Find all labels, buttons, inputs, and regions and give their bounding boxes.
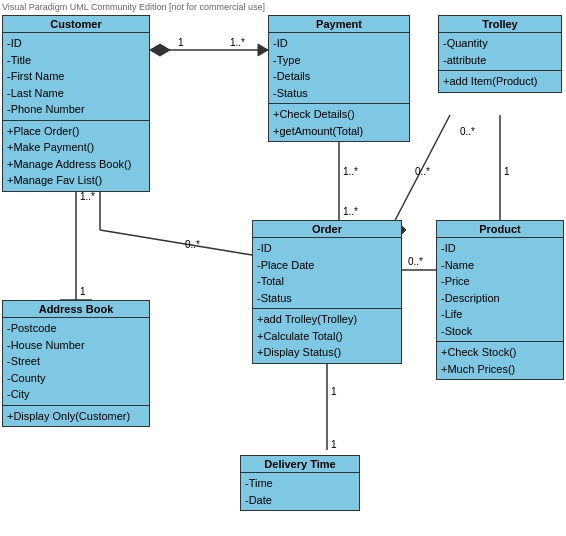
payment-methods: +Check Details() +getAmount(Total) <box>269 104 409 141</box>
svg-text:0..*: 0..* <box>460 126 475 137</box>
attr-stock: -Stock <box>441 323 559 340</box>
method-managefav: +Manage Fav List() <box>7 172 145 189</box>
deliverytime-attributes: -Time -Date <box>241 473 359 510</box>
attr-firstname: -First Name <box>7 68 145 85</box>
method-manageaddress: +Manage Address Book() <box>7 156 145 173</box>
attr-name: -Name <box>441 257 559 274</box>
svg-text:1..*: 1..* <box>343 166 358 177</box>
payment-attributes: -ID -Type -Details -Status <box>269 33 409 104</box>
method-addtrolley: +add Trolley(Trolley) <box>257 311 397 328</box>
svg-text:0..*: 0..* <box>408 256 423 267</box>
deliverytime-title: Delivery Time <box>241 456 359 473</box>
svg-text:1..*: 1..* <box>80 191 95 202</box>
trolley-methods: +add Item(Product) <box>439 71 561 92</box>
addressbook-box: Address Book -Postcode -House Number -St… <box>2 300 150 427</box>
payment-box: Payment -ID -Type -Details -Status +Chec… <box>268 15 410 142</box>
attr-id: -ID <box>273 35 405 52</box>
order-attributes: -ID -Place Date -Total -Status <box>253 238 401 309</box>
addressbook-attributes: -Postcode -House Number -Street -County … <box>3 318 149 406</box>
attr-id: -ID <box>441 240 559 257</box>
trolley-title: Trolley <box>439 16 561 33</box>
method-getamount: +getAmount(Total) <box>273 123 405 140</box>
attr-placedate: -Place Date <box>257 257 397 274</box>
method-calculatetotal: +Calculate Total() <box>257 328 397 345</box>
method-displayonly: +Display Only(Customer) <box>7 408 145 425</box>
svg-text:1..*: 1..* <box>343 206 358 217</box>
attr-life: -Life <box>441 306 559 323</box>
method-checkstock: +Check Stock() <box>441 344 559 361</box>
svg-text:1: 1 <box>504 166 510 177</box>
attr-postcode: -Postcode <box>7 320 145 337</box>
method-placeorder: +Place Order() <box>7 123 145 140</box>
customer-title: Customer <box>3 16 149 33</box>
order-title: Order <box>253 221 401 238</box>
order-box: Order -ID -Place Date -Total -Status +ad… <box>252 220 402 364</box>
order-methods: +add Trolley(Trolley) +Calculate Total()… <box>253 309 401 363</box>
method-displaystatus: +Display Status() <box>257 344 397 361</box>
attr-total: -Total <box>257 273 397 290</box>
svg-line-6 <box>100 230 252 255</box>
attr-status: -Status <box>273 85 405 102</box>
method-additem: +add Item(Product) <box>443 73 557 90</box>
addressbook-methods: +Display Only(Customer) <box>3 406 149 427</box>
svg-text:0..*: 0..* <box>185 239 200 250</box>
payment-title: Payment <box>269 16 409 33</box>
product-methods: +Check Stock() +Much Prices() <box>437 342 563 379</box>
addressbook-title: Address Book <box>3 301 149 318</box>
method-makepayment: +Make Payment() <box>7 139 145 156</box>
attr-title: -Title <box>7 52 145 69</box>
attr-quantity: -Quantity <box>443 35 557 52</box>
attr-attribute: -attribute <box>443 52 557 69</box>
svg-text:0..*: 0..* <box>415 166 430 177</box>
attr-time: -Time <box>245 475 355 492</box>
attr-city: -City <box>7 386 145 403</box>
attr-street: -Street <box>7 353 145 370</box>
product-title: Product <box>437 221 563 238</box>
svg-text:1: 1 <box>331 439 337 450</box>
customer-attributes: -ID -Title -First Name -Last Name -Phone… <box>3 33 149 121</box>
method-checkdetails: +Check Details() <box>273 106 405 123</box>
trolley-box: Trolley -Quantity -attribute +add Item(P… <box>438 15 562 93</box>
attr-housenumber: -House Number <box>7 337 145 354</box>
customer-methods: +Place Order() +Make Payment() +Manage A… <box>3 121 149 191</box>
attr-price: -Price <box>441 273 559 290</box>
customer-box: Customer -ID -Title -First Name -Last Na… <box>2 15 150 192</box>
watermark-text: Visual Paradigm UML Community Edition [n… <box>2 2 265 12</box>
deliverytime-box: Delivery Time -Time -Date <box>240 455 360 511</box>
product-attributes: -ID -Name -Price -Description -Life -Sto… <box>437 238 563 342</box>
svg-marker-1 <box>150 44 170 56</box>
attr-status: -Status <box>257 290 397 307</box>
attr-type: -Type <box>273 52 405 69</box>
attr-county: -County <box>7 370 145 387</box>
attr-description: -Description <box>441 290 559 307</box>
attr-lastname: -Last Name <box>7 85 145 102</box>
attr-id: -ID <box>7 35 145 52</box>
attr-date: -Date <box>245 492 355 509</box>
svg-text:1..*: 1..* <box>230 37 245 48</box>
svg-text:1: 1 <box>80 286 86 297</box>
svg-marker-2 <box>258 44 268 56</box>
svg-text:1: 1 <box>331 386 337 397</box>
attr-details: -Details <box>273 68 405 85</box>
method-muchprices: +Much Prices() <box>441 361 559 378</box>
attr-id: -ID <box>257 240 397 257</box>
attr-phone: -Phone Number <box>7 101 145 118</box>
trolley-attributes: -Quantity -attribute <box>439 33 561 71</box>
svg-text:1: 1 <box>178 37 184 48</box>
product-box: Product -ID -Name -Price -Description -L… <box>436 220 564 380</box>
